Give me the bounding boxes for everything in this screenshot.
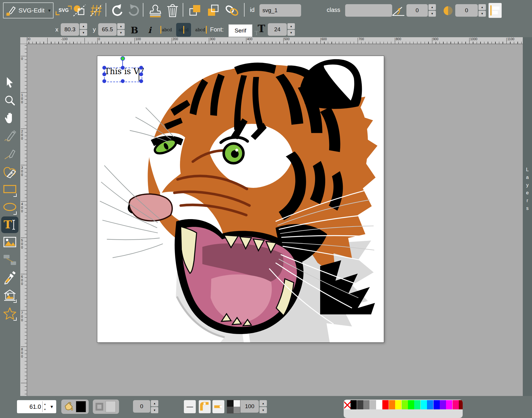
selection-handle-w[interactable] (102, 72, 106, 76)
align-button[interactable] (489, 3, 502, 18)
palette-swatch[interactable] (453, 400, 459, 409)
fill-color-group[interactable] (61, 400, 89, 414)
angle-spinner[interactable]: ▲▼ (428, 4, 436, 17)
toolbar-divider (183, 3, 183, 17)
id-input[interactable]: svg_1 (259, 4, 301, 17)
redo-button[interactable] (126, 3, 142, 18)
path-pen-icon (3, 165, 17, 178)
ruler-label: 200 (173, 37, 178, 41)
palette-swatch[interactable] (344, 400, 351, 409)
stroke-color-group[interactable] (93, 400, 119, 414)
tool-shape-library[interactable] (1, 287, 18, 304)
zoom-spinner[interactable]: ▲▼ (42, 401, 47, 412)
layers-panel-toggle[interactable]: Layers (523, 37, 532, 396)
palette-swatch[interactable] (370, 400, 376, 409)
tool-eyedropper[interactable] (1, 269, 18, 286)
text-anchor-start-button[interactable]: abcd (159, 23, 174, 37)
class-input[interactable] (345, 4, 392, 17)
palette-swatch[interactable] (363, 400, 370, 409)
blur-spinner[interactable]: ▲▼ (478, 4, 486, 17)
move-down-icon (206, 4, 220, 17)
tool-text[interactable]: T (1, 216, 18, 233)
tool-line[interactable] (1, 146, 18, 162)
palette-swatch[interactable] (446, 400, 452, 409)
palette-swatch[interactable] (414, 400, 420, 409)
clone-button[interactable] (148, 3, 163, 18)
palette-swatch[interactable] (389, 400, 395, 409)
font-family-button[interactable]: Serif (229, 24, 252, 37)
selection-handle-ne[interactable] (139, 66, 143, 70)
text-anchor-end-button[interactable]: abcd (193, 23, 208, 37)
palette-swatch[interactable] (402, 400, 408, 409)
editor-preferences-button[interactable] (89, 4, 104, 17)
palette-swatch[interactable] (459, 400, 463, 409)
font-label: Font: (210, 26, 224, 33)
palette-swatch[interactable] (421, 400, 427, 409)
fill-color-swatch[interactable] (76, 401, 86, 412)
tool-ellipse[interactable] (1, 199, 18, 216)
tool-pencil[interactable] (1, 128, 18, 145)
bold-button[interactable]: B (129, 24, 140, 36)
x-spinner[interactable]: ▲▼ (80, 23, 87, 36)
font-size-spinner[interactable]: ▲▼ (287, 23, 295, 36)
stroke-dash-button[interactable]: — (184, 400, 196, 413)
angle-input[interactable]: 0 (406, 4, 428, 17)
opacity-spinner[interactable]: ▲▼ (259, 400, 267, 413)
edit-source-button[interactable]: SVG (57, 5, 70, 16)
stroke-color-swatch[interactable] (106, 401, 116, 412)
text-anchor-middle-button[interactable]: abcd (176, 23, 191, 37)
ruler-label: 400 (21, 202, 25, 213)
x-input[interactable]: 80.3 (61, 23, 79, 36)
top-toolbar: SVG-Edit ▼ SVG (0, 0, 532, 37)
selection-handle-sw[interactable] (102, 79, 106, 83)
document-properties-button[interactable] (72, 4, 87, 17)
selection-handle-s[interactable] (121, 79, 125, 83)
tool-rect[interactable] (1, 181, 18, 198)
ruler-label: 600 (21, 275, 25, 286)
selection-handle-e[interactable] (139, 72, 143, 76)
tool-star[interactable] (1, 305, 18, 322)
tool-connector[interactable] (1, 252, 18, 268)
palette-swatch[interactable] (395, 400, 401, 409)
italic-button[interactable]: i (145, 24, 154, 36)
tool-path[interactable] (1, 163, 18, 180)
palette-swatch[interactable] (357, 400, 363, 409)
selection-handle-se[interactable] (139, 79, 143, 83)
font-size-input[interactable]: 24 (268, 23, 287, 36)
palette-swatch[interactable] (382, 400, 389, 409)
palette-swatch[interactable] (440, 400, 446, 409)
tiger-artwork[interactable] (97, 56, 384, 342)
palette-swatch[interactable] (434, 400, 440, 409)
main-menu-button[interactable]: SVG-Edit ▼ (3, 2, 54, 18)
delete-button[interactable] (165, 3, 180, 18)
palette-swatch[interactable] (351, 400, 357, 409)
opacity-input[interactable]: 100 (240, 400, 259, 413)
rotate-handle[interactable] (121, 56, 125, 61)
zoom-dropdown-arrow[interactable]: ▼ (47, 404, 56, 409)
svg-canvas[interactable]: This is V7 (97, 56, 384, 342)
palette-swatch[interactable] (376, 400, 382, 409)
tool-zoom[interactable] (1, 92, 18, 109)
tool-pan[interactable] (1, 110, 18, 126)
y-input[interactable]: 65.5 (98, 23, 117, 36)
tool-select[interactable] (1, 74, 18, 91)
zoom-value[interactable]: 61.0 (17, 403, 42, 410)
blur-input[interactable]: 0 (455, 4, 478, 17)
linejoin-button[interactable] (199, 400, 211, 413)
selection-handle-n[interactable] (121, 66, 125, 70)
stroke-width-input[interactable]: 0 (133, 400, 150, 413)
make-link-button[interactable] (224, 3, 240, 18)
svg-edit-app: SVG-Edit ▼ SVG (0, 0, 532, 418)
ruler-label: 100 (21, 93, 25, 104)
palette-swatch[interactable] (408, 400, 414, 409)
tool-image[interactable] (1, 234, 18, 250)
selection-handle-nw[interactable] (102, 66, 106, 70)
bring-to-front-button[interactable] (187, 3, 203, 18)
undo-button[interactable] (109, 3, 125, 18)
zoom-control[interactable]: 61.0 ▲▼ ▼ (17, 400, 56, 413)
send-to-back-button[interactable] (205, 3, 221, 18)
y-spinner[interactable]: ▲▼ (117, 23, 125, 36)
stroke-width-spinner[interactable]: ▲▼ (151, 400, 158, 413)
palette-swatch[interactable] (427, 400, 433, 409)
linecap-button[interactable] (212, 400, 224, 413)
